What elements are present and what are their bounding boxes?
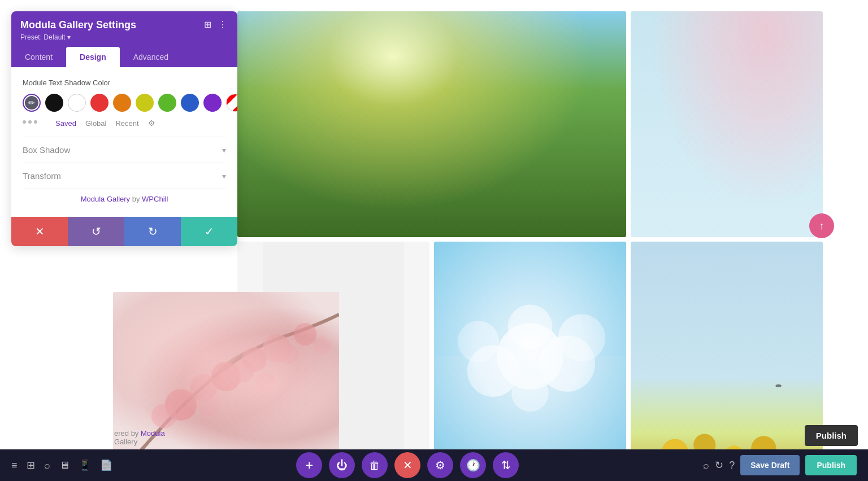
svg-rect-26	[631, 242, 823, 456]
save-draft-button[interactable]: Save Draft	[740, 455, 800, 475]
accordion-transform-arrow: ▾	[222, 172, 226, 181]
svg-rect-36	[113, 292, 339, 450]
panel-preset[interactable]: Preset: Default ▾	[20, 33, 203, 41]
toolbar-center: + ⏻ 🗑 ✕ ⚙ 🕐 ⇅	[112, 452, 704, 478]
eyedropper-swatch[interactable]: ✏	[23, 94, 41, 112]
color-tabs: Saved Global Recent ⚙	[55, 119, 155, 128]
accordion-transform-title: Transform	[23, 171, 61, 181]
svg-point-24	[558, 314, 606, 362]
toolbar-add-button[interactable]: +	[296, 452, 322, 478]
toolbar-sort-button[interactable]: ⇅	[493, 452, 519, 478]
svg-rect-4	[237, 77, 626, 170]
watermark-modula-link[interactable]: Modula	[141, 429, 165, 438]
color-tab-recent[interactable]: Recent	[115, 119, 138, 128]
toolbar-zoom-icon[interactable]: ⌕	[703, 460, 709, 471]
svg-rect-17	[434, 242, 626, 456]
modula-gallery-link[interactable]: Modula Gallery	[81, 195, 130, 203]
color-settings-icon[interactable]: ⚙	[148, 119, 155, 128]
color-tab-saved[interactable]: Saved	[55, 119, 76, 128]
color-tab-global[interactable]: Global	[85, 119, 107, 128]
toolbar-hamburger-icon[interactable]: ≡	[11, 460, 18, 471]
black-swatch[interactable]	[45, 94, 63, 112]
publish-button[interactable]: Publish	[805, 455, 857, 475]
svg-rect-5	[237, 11, 626, 237]
panel-preview-button[interactable]: ⊞	[203, 19, 212, 30]
toolbar-search-icon[interactable]: ⌕	[44, 460, 50, 471]
publish-tooltip: Publish	[805, 425, 858, 446]
svg-point-11	[722, 24, 754, 55]
svg-point-35	[775, 384, 781, 387]
toolbar-settings-button[interactable]: ⚙	[427, 452, 453, 478]
accordion-box-shadow-header[interactable]: Box Shadow ▾	[23, 145, 226, 155]
color-dot	[34, 120, 37, 124]
yellow-swatch[interactable]	[136, 94, 154, 112]
svg-point-20	[467, 345, 519, 397]
svg-point-37	[165, 389, 197, 421]
svg-point-13	[781, 32, 808, 59]
green-swatch[interactable]	[158, 94, 176, 112]
panel-header-actions: ⊞ ⋮	[203, 19, 228, 30]
svg-point-14	[704, 56, 727, 79]
svg-point-41	[263, 334, 291, 362]
toolbar-mobile-icon[interactable]: 📄	[100, 459, 112, 471]
confirm-button[interactable]: ✓	[181, 217, 237, 246]
svg-point-12	[750, 18, 771, 38]
svg-point-44	[232, 360, 254, 382]
svg-point-15	[643, 24, 663, 44]
svg-point-43	[151, 404, 176, 428]
svg-point-40	[242, 347, 267, 372]
wpchill-link[interactable]: WPChill	[142, 195, 168, 203]
tab-advanced[interactable]: Advanced	[120, 47, 182, 67]
toolbar-tablet-icon[interactable]: 📱	[79, 459, 91, 471]
toolbar-desktop-icon[interactable]: 🖥	[59, 460, 70, 471]
toolbar-right: ⌕ ↻ ? Save Draft Publish	[703, 455, 857, 475]
accordion-transform-header[interactable]: Transform ▾	[23, 171, 226, 181]
tab-design[interactable]: Design	[66, 47, 120, 67]
svg-point-39	[211, 362, 241, 391]
svg-point-21	[539, 335, 595, 391]
svg-point-10	[652, 50, 677, 75]
panel-footer: Modula Gallery by WPChill	[23, 189, 226, 208]
toolbar-grid-icon[interactable]: ⊞	[27, 459, 35, 471]
toolbar-close-button[interactable]: ✕	[394, 452, 420, 478]
tab-content[interactable]: Content	[11, 47, 66, 67]
settings-panel: Modula Gallery Settings Preset: Default …	[11, 11, 237, 246]
undo-button[interactable]: ↺	[68, 217, 124, 246]
accordion-transform: Transform ▾	[23, 163, 226, 189]
accordion-box-shadow-title: Box Shadow	[23, 145, 70, 155]
panel-tabs: Content Design Advanced	[11, 47, 237, 67]
gallery-image-white-flowers	[434, 242, 626, 456]
svg-point-8	[667, 31, 696, 59]
redo-button[interactable]: ↻	[124, 217, 181, 246]
toolbar-power-button[interactable]: ⏻	[329, 452, 355, 478]
blue-swatch[interactable]	[181, 94, 199, 112]
cancel-button[interactable]: ✕	[11, 217, 68, 246]
orange-swatch[interactable]	[113, 94, 131, 112]
toolbar-refresh-icon[interactable]: ↻	[715, 459, 723, 471]
toolbar-left: ≡ ⊞ ⌕ 🖥 📱 📄	[11, 459, 112, 471]
red-swatch[interactable]	[90, 94, 108, 112]
toolbar-history-button[interactable]: 🕐	[460, 452, 486, 478]
gallery-image-grass	[237, 11, 626, 237]
color-dot	[28, 120, 32, 124]
svg-rect-1	[237, 11, 626, 124]
gallery-image-sky-flowers	[631, 242, 823, 456]
svg-rect-6	[631, 11, 823, 237]
panel-header: Modula Gallery Settings Preset: Default …	[11, 11, 237, 47]
bottom-toolbar: ≡ ⊞ ⌕ 🖥 📱 📄 + ⏻ 🗑 ✕ ⚙ 🕐 ⇅ ⌕ ↻ ? Save Dra…	[0, 449, 868, 481]
svg-point-45	[278, 344, 298, 364]
panel-more-button[interactable]: ⋮	[217, 19, 228, 30]
color-section-label: Module Text Shadow Color	[23, 78, 226, 87]
toolbar-delete-button[interactable]: 🗑	[362, 452, 388, 478]
watermark: ered by Modula Gallery	[114, 429, 165, 446]
color-dot	[23, 120, 26, 124]
svg-point-2	[338, 11, 432, 70]
white-swatch[interactable]	[68, 94, 86, 112]
purple-swatch[interactable]	[203, 94, 222, 112]
toolbar-help-icon[interactable]: ?	[729, 460, 735, 471]
scroll-top-button[interactable]: ↑	[809, 213, 834, 238]
striped-swatch[interactable]	[226, 94, 237, 112]
svg-point-22	[508, 305, 552, 349]
svg-rect-0	[237, 11, 626, 237]
color-swatches-row: ✏	[23, 94, 226, 112]
